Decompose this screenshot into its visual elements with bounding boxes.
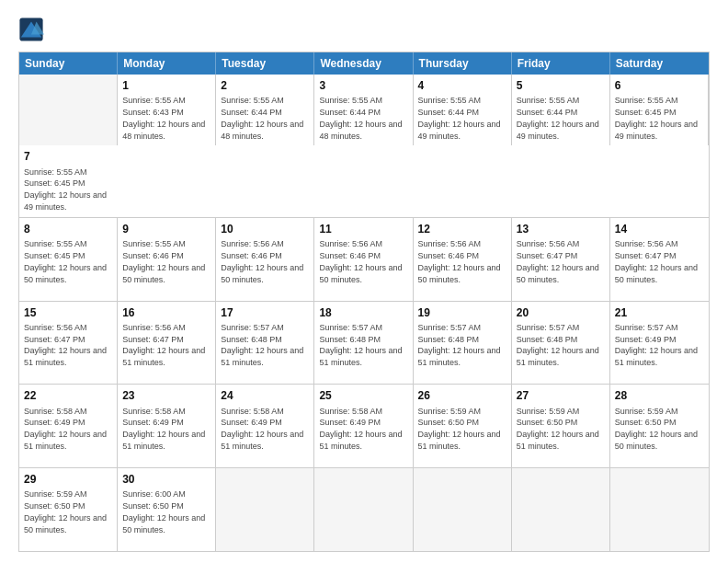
calendar-row: 15Sunrise: 5:56 AMSunset: 6:47 PMDayligh… xyxy=(19,302,709,385)
cell-info: Sunrise: 6:00 AMSunset: 6:50 PMDaylight:… xyxy=(122,489,205,534)
cal-header-day: Monday xyxy=(118,52,216,75)
cell-info: Sunrise: 5:58 AMSunset: 6:49 PMDaylight:… xyxy=(24,407,107,451)
calendar-row: 22Sunrise: 5:58 AMSunset: 6:49 PMDayligh… xyxy=(19,385,709,468)
cal-cell: 30Sunrise: 6:00 AMSunset: 6:50 PMDayligh… xyxy=(118,468,216,551)
day-number: 13 xyxy=(517,222,605,236)
cal-cell: 3Sunrise: 5:55 AMSunset: 6:44 PMDaylight… xyxy=(314,75,413,145)
day-number: 14 xyxy=(615,222,704,236)
cell-info: Sunrise: 5:55 AMSunset: 6:44 PMDaylight:… xyxy=(221,96,303,140)
cal-cell: 18Sunrise: 5:57 AMSunset: 6:48 PMDayligh… xyxy=(314,302,413,385)
cal-cell: 29Sunrise: 5:59 AMSunset: 6:50 PMDayligh… xyxy=(19,468,118,551)
calendar: SundayMondayTuesdayWednesdayThursdayFrid… xyxy=(18,52,710,552)
day-number: 19 xyxy=(418,305,506,320)
cal-header-day: Wednesday xyxy=(314,52,413,75)
cell-info: Sunrise: 5:57 AMSunset: 6:48 PMDaylight:… xyxy=(319,323,402,367)
day-number: 28 xyxy=(615,388,704,403)
cal-cell: 17Sunrise: 5:57 AMSunset: 6:48 PMDayligh… xyxy=(216,302,314,385)
day-number: 5 xyxy=(517,78,605,93)
logo xyxy=(18,17,48,42)
calendar-body: 1Sunrise: 5:55 AMSunset: 6:43 PMDaylight… xyxy=(19,75,709,551)
day-number: 27 xyxy=(517,388,605,403)
cell-info: Sunrise: 5:58 AMSunset: 6:49 PMDaylight:… xyxy=(122,407,205,451)
page: SundayMondayTuesdayWednesdayThursdayFrid… xyxy=(0,0,728,563)
cal-cell: 7Sunrise: 5:55 AMSunset: 6:45 PMDaylight… xyxy=(19,145,118,216)
cell-info: Sunrise: 5:56 AMSunset: 6:47 PMDaylight:… xyxy=(615,239,698,283)
cal-cell: 20Sunrise: 5:57 AMSunset: 6:48 PMDayligh… xyxy=(512,302,610,385)
logo-icon xyxy=(18,17,44,42)
cell-info: Sunrise: 5:56 AMSunset: 6:47 PMDaylight:… xyxy=(24,323,107,367)
day-number: 3 xyxy=(319,78,407,93)
cal-cell: 8Sunrise: 5:55 AMSunset: 6:45 PMDaylight… xyxy=(19,218,118,301)
cal-header-day: Tuesday xyxy=(216,52,314,75)
cal-cell: 4Sunrise: 5:55 AMSunset: 6:44 PMDaylight… xyxy=(414,75,512,145)
calendar-header: SundayMondayTuesdayWednesdayThursdayFrid… xyxy=(19,52,709,75)
cal-cell: 21Sunrise: 5:57 AMSunset: 6:49 PMDayligh… xyxy=(610,302,709,385)
cal-cell: 14Sunrise: 5:56 AMSunset: 6:47 PMDayligh… xyxy=(610,218,709,301)
day-number: 26 xyxy=(418,388,506,403)
cal-cell: 2Sunrise: 5:55 AMSunset: 6:44 PMDaylight… xyxy=(216,75,314,145)
day-number: 11 xyxy=(319,222,407,236)
day-number: 15 xyxy=(24,305,112,320)
day-number: 17 xyxy=(221,305,309,320)
day-number: 4 xyxy=(418,78,506,93)
cal-cell: 28Sunrise: 5:59 AMSunset: 6:50 PMDayligh… xyxy=(610,385,709,467)
cell-info: Sunrise: 5:59 AMSunset: 6:50 PMDaylight:… xyxy=(517,407,599,451)
cal-cell: 15Sunrise: 5:56 AMSunset: 6:47 PMDayligh… xyxy=(19,302,118,385)
cal-cell: 1Sunrise: 5:55 AMSunset: 6:43 PMDaylight… xyxy=(118,75,216,145)
day-number: 12 xyxy=(418,222,506,236)
cal-cell-empty xyxy=(414,468,512,551)
day-number: 18 xyxy=(319,305,407,320)
cell-info: Sunrise: 5:58 AMSunset: 6:49 PMDaylight:… xyxy=(221,407,303,451)
day-number: 2 xyxy=(221,78,309,93)
cal-cell: 9Sunrise: 5:55 AMSunset: 6:46 PMDaylight… xyxy=(118,218,216,301)
cal-cell: 25Sunrise: 5:58 AMSunset: 6:49 PMDayligh… xyxy=(314,385,413,467)
cell-info: Sunrise: 5:55 AMSunset: 6:45 PMDaylight:… xyxy=(24,167,107,212)
cal-header-day: Saturday xyxy=(610,52,709,75)
cell-info: Sunrise: 5:55 AMSunset: 6:44 PMDaylight:… xyxy=(319,96,402,140)
cal-cell: 11Sunrise: 5:56 AMSunset: 6:46 PMDayligh… xyxy=(314,218,413,301)
day-number: 6 xyxy=(615,78,703,93)
cal-cell: 16Sunrise: 5:56 AMSunset: 6:47 PMDayligh… xyxy=(118,302,216,385)
cell-info: Sunrise: 5:59 AMSunset: 6:50 PMDaylight:… xyxy=(615,407,698,451)
day-number: 16 xyxy=(122,305,210,320)
day-number: 29 xyxy=(24,472,112,487)
cal-header-day: Sunday xyxy=(19,52,118,75)
cell-info: Sunrise: 5:57 AMSunset: 6:48 PMDaylight:… xyxy=(221,323,303,367)
cell-info: Sunrise: 5:56 AMSunset: 6:46 PMDaylight:… xyxy=(221,239,303,283)
cal-cell: 27Sunrise: 5:59 AMSunset: 6:50 PMDayligh… xyxy=(512,385,610,467)
cell-info: Sunrise: 5:55 AMSunset: 6:45 PMDaylight:… xyxy=(615,96,698,140)
cal-cell: 22Sunrise: 5:58 AMSunset: 6:49 PMDayligh… xyxy=(19,385,118,467)
cell-info: Sunrise: 5:59 AMSunset: 6:50 PMDaylight:… xyxy=(24,489,107,534)
day-number: 8 xyxy=(24,222,112,236)
cell-info: Sunrise: 5:56 AMSunset: 6:46 PMDaylight:… xyxy=(319,239,402,283)
day-number: 24 xyxy=(221,388,309,403)
cell-info: Sunrise: 5:57 AMSunset: 6:49 PMDaylight:… xyxy=(615,323,698,367)
day-number: 9 xyxy=(122,222,210,236)
cell-info: Sunrise: 5:56 AMSunset: 6:47 PMDaylight:… xyxy=(517,239,599,283)
cell-info: Sunrise: 5:55 AMSunset: 6:44 PMDaylight:… xyxy=(418,96,501,140)
day-number: 23 xyxy=(122,388,210,403)
cal-cell-empty xyxy=(512,468,610,551)
calendar-row: 29Sunrise: 5:59 AMSunset: 6:50 PMDayligh… xyxy=(19,468,709,551)
day-number: 20 xyxy=(517,305,605,320)
cell-info: Sunrise: 5:59 AMSunset: 6:50 PMDaylight:… xyxy=(418,407,501,451)
cell-info: Sunrise: 5:55 AMSunset: 6:43 PMDaylight:… xyxy=(122,96,205,140)
cal-cell: 24Sunrise: 5:58 AMSunset: 6:49 PMDayligh… xyxy=(216,385,314,467)
cal-cell: 10Sunrise: 5:56 AMSunset: 6:46 PMDayligh… xyxy=(216,218,314,301)
cal-cell: 13Sunrise: 5:56 AMSunset: 6:47 PMDayligh… xyxy=(512,218,610,301)
cell-info: Sunrise: 5:55 AMSunset: 6:45 PMDaylight:… xyxy=(24,239,107,283)
cal-header-day: Friday xyxy=(512,52,610,75)
day-number: 10 xyxy=(221,222,309,236)
cell-info: Sunrise: 5:58 AMSunset: 6:49 PMDaylight:… xyxy=(319,407,402,451)
cal-cell: 23Sunrise: 5:58 AMSunset: 6:49 PMDayligh… xyxy=(118,385,216,467)
cal-cell: 12Sunrise: 5:56 AMSunset: 6:46 PMDayligh… xyxy=(414,218,512,301)
cal-cell-empty xyxy=(610,468,709,551)
cal-cell-empty xyxy=(314,468,413,551)
cell-info: Sunrise: 5:55 AMSunset: 6:46 PMDaylight:… xyxy=(122,239,205,283)
cal-cell-empty xyxy=(19,75,118,145)
cal-cell: 5Sunrise: 5:55 AMSunset: 6:44 PMDaylight… xyxy=(512,75,610,145)
calendar-row: 8Sunrise: 5:55 AMSunset: 6:45 PMDaylight… xyxy=(19,218,709,302)
header xyxy=(18,17,710,42)
cell-info: Sunrise: 5:57 AMSunset: 6:48 PMDaylight:… xyxy=(418,323,501,367)
cell-info: Sunrise: 5:56 AMSunset: 6:46 PMDaylight:… xyxy=(418,239,501,283)
